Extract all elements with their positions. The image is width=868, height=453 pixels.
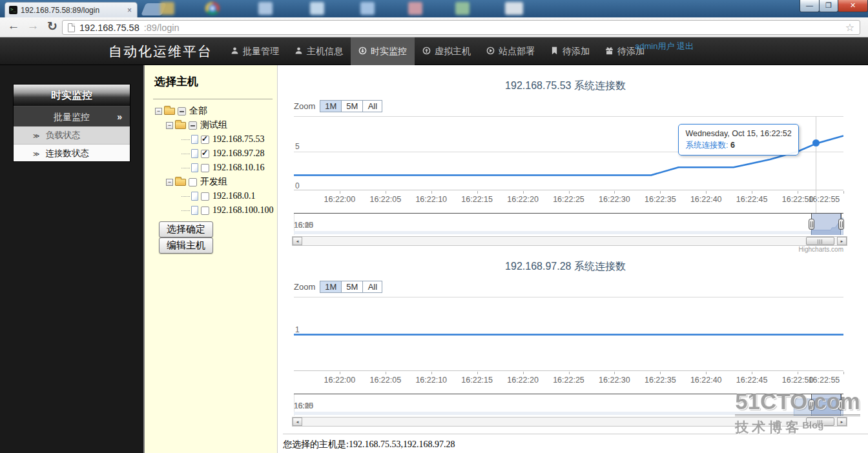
checkbox-none[interactable] bbox=[201, 164, 209, 172]
back-button[interactable]: ← bbox=[5, 19, 22, 33]
reload-button[interactable]: ↻ bbox=[44, 19, 61, 34]
chart-tooltip: Wednesday, Oct 15, 16:22:52系统连接数: 6 bbox=[678, 124, 798, 156]
checkbox-none[interactable] bbox=[201, 192, 209, 201]
nav-item-6[interactable]: 待添加 bbox=[542, 37, 597, 65]
x-axis-label: 16:22:30 bbox=[590, 195, 639, 204]
checkbox-checked[interactable] bbox=[201, 150, 209, 158]
x-axis-label: 16:22:40 bbox=[681, 195, 730, 204]
zoom-label: Zoom bbox=[294, 101, 315, 111]
window-maximize-button[interactable]: ❐ bbox=[819, 0, 838, 12]
blurred-desktop-icon bbox=[408, 2, 422, 15]
user-icon bbox=[294, 46, 303, 57]
range-selector: Zoom1M5MAll bbox=[294, 281, 382, 293]
x-axis-label: 16:22:10 bbox=[407, 195, 456, 204]
x-axis-label: 16:22:55 bbox=[800, 195, 849, 204]
navigator-handle-right[interactable] bbox=[838, 219, 844, 230]
nav-item-4[interactable]: 虚拟主机 bbox=[415, 37, 479, 65]
sidebar-item-2[interactable]: ≫负载状态 bbox=[14, 126, 130, 144]
sidebar-item-3[interactable]: ≫连接数状态 bbox=[14, 144, 130, 161]
tree-node-开发组[interactable]: −开发组 bbox=[151, 175, 276, 189]
x-tick bbox=[706, 372, 707, 374]
checkbox-none[interactable] bbox=[189, 178, 197, 186]
zoom-button-all[interactable]: All bbox=[362, 281, 382, 293]
logout-link[interactable]: 退出 bbox=[677, 41, 694, 51]
nav-item-3[interactable]: 时实监控 bbox=[351, 37, 415, 65]
x-tick bbox=[614, 191, 615, 194]
x-tick bbox=[752, 372, 752, 374]
x-axis-label: 16:22:15 bbox=[453, 376, 502, 385]
navigator-window[interactable] bbox=[811, 214, 841, 235]
window-minimize-button[interactable]: — bbox=[800, 0, 820, 12]
tree-node-label: 192.168.10.16 bbox=[212, 163, 265, 173]
tree-node-label: 192.168.97.28 bbox=[212, 148, 265, 159]
page-icon bbox=[68, 23, 75, 32]
user-account-link[interactable]: admin用户 bbox=[635, 41, 674, 51]
x-axis-label: 16:22:35 bbox=[636, 195, 685, 204]
double-arrow-icon: » bbox=[117, 106, 122, 127]
tooltip-value: 6 bbox=[730, 141, 735, 150]
x-tick bbox=[523, 191, 524, 194]
scrollbar[interactable]: ◄► bbox=[292, 236, 847, 246]
x-tick bbox=[340, 191, 340, 194]
zoom-button-5m[interactable]: 5M bbox=[341, 100, 363, 112]
highcharts-credit[interactable]: Highcharts.com bbox=[799, 246, 843, 253]
x-axis: 16:22:0016:22:0516:22:1016:22:1516:22:20… bbox=[294, 191, 843, 205]
scrollbar-left-arrow-icon[interactable]: ◄ bbox=[293, 237, 302, 245]
bookmark-star-icon[interactable]: ☆ bbox=[845, 21, 854, 34]
blurred-desktop-icon bbox=[360, 2, 375, 15]
window-close-button[interactable]: ✕ bbox=[838, 0, 868, 12]
plot-area[interactable]: 1 bbox=[294, 297, 843, 371]
crosshair-line bbox=[816, 116, 816, 213]
browser-tab[interactable]: 192.168.75.58:89/login × bbox=[5, 2, 138, 17]
nav-item-label: 虚拟主机 bbox=[435, 46, 471, 57]
tree-node-192.168.10.16[interactable]: 192.168.10.16 bbox=[151, 161, 276, 175]
x-axis-label: 16:22:40 bbox=[681, 376, 730, 385]
confirm-select-button[interactable]: 选择确定 bbox=[159, 221, 213, 237]
zoom-button-1m[interactable]: 1M bbox=[320, 100, 342, 112]
tree-expander-icon[interactable]: − bbox=[166, 122, 173, 129]
x-tick bbox=[477, 191, 478, 194]
tree-node-测试组[interactable]: −测试组 bbox=[151, 118, 276, 132]
sidebar-item-label: 连接数状态 bbox=[45, 148, 89, 158]
tree-expander-icon[interactable]: − bbox=[166, 179, 173, 186]
scrollbar-thumb[interactable] bbox=[806, 237, 835, 245]
checkbox-partial[interactable] bbox=[189, 121, 197, 130]
tab-close-icon[interactable]: × bbox=[126, 6, 133, 15]
chevrons-icon: ≫ bbox=[33, 132, 39, 139]
tree-node-192.168.0.1[interactable]: 192.168.0.1 bbox=[151, 189, 276, 203]
x-tick bbox=[523, 372, 524, 374]
checkbox-checked[interactable] bbox=[201, 136, 209, 144]
nav-item-5[interactable]: 站点部署 bbox=[479, 37, 542, 65]
x-axis-label: 16:22:00 bbox=[315, 376, 364, 385]
zoom-button-1m[interactable]: 1M bbox=[320, 281, 342, 293]
scrollbar-left-arrow-icon[interactable]: ◄ bbox=[293, 418, 302, 426]
tree-expander-icon[interactable]: − bbox=[155, 108, 162, 115]
tree-node-192.168.100.100[interactable]: 192.168.100.100 bbox=[151, 203, 276, 217]
tree-connector bbox=[181, 210, 190, 211]
nav-item-1[interactable]: 批量管理 bbox=[223, 37, 287, 65]
file-icon bbox=[191, 163, 198, 172]
navigator-handle-left[interactable] bbox=[809, 219, 814, 230]
tree-node-192.168.75.53[interactable]: 192.168.75.53 bbox=[151, 132, 276, 146]
url-host: 192.168.75.58 bbox=[79, 23, 140, 33]
scrollbar-right-arrow-icon[interactable]: ► bbox=[837, 237, 847, 245]
nav-item-2[interactable]: 主机信息 bbox=[287, 37, 351, 65]
edit-host-button[interactable]: 编辑主机 bbox=[159, 237, 213, 254]
sidebar-item-1[interactable]: 批量监控» bbox=[14, 106, 130, 126]
forward-button[interactable]: → bbox=[25, 19, 41, 33]
x-axis-label: 16:22:05 bbox=[361, 195, 410, 204]
x-axis-label: 16:22:10 bbox=[407, 376, 456, 385]
checkbox-none[interactable] bbox=[201, 206, 209, 215]
x-axis-label: 16:22:35 bbox=[636, 376, 685, 385]
navigator[interactable]: 16:0516:1016:1516:20 bbox=[294, 213, 843, 234]
app-navbar: 自动化运维平台 批量管理主机信息时实监控虚拟主机站点部署待添加待添加 admin… bbox=[0, 37, 868, 65]
tree-node-label: 测试组 bbox=[200, 119, 227, 131]
checkbox-partial[interactable] bbox=[178, 107, 186, 116]
tree-node-全部[interactable]: −全部 bbox=[151, 104, 276, 118]
x-axis-label: 16:22:25 bbox=[544, 376, 594, 385]
zoom-button-all[interactable]: All bbox=[362, 100, 382, 112]
tree-node-192.168.97.28[interactable]: 192.168.97.28 bbox=[151, 146, 276, 161]
x-tick bbox=[386, 372, 386, 374]
address-bar[interactable]: 192.168.75.58 :89/login ☆ bbox=[62, 20, 860, 35]
zoom-button-5m[interactable]: 5M bbox=[341, 281, 363, 293]
